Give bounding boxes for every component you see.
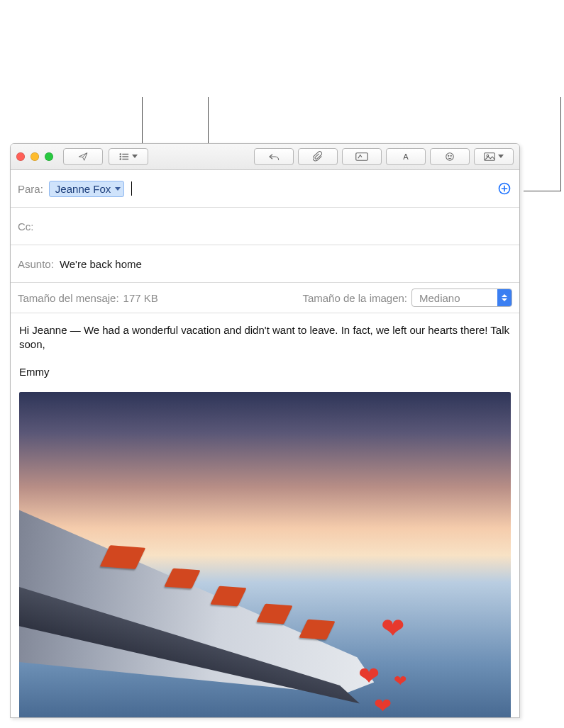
heart-sticker: ❤ [381,612,405,644]
body-paragraph: Hi Jeanne — We had a wonderful vacation … [19,323,511,352]
subject-label: Asunto: [18,258,54,270]
heart-sticker: ❤ [374,693,392,718]
cc-row[interactable]: Cc: [11,208,519,245]
body-signature: Emmy [19,365,511,379]
wing-flap [256,603,292,624]
attach-button[interactable] [298,148,338,165]
svg-point-8 [446,153,454,161]
zoom-window-button[interactable] [45,152,53,161]
add-contact-button[interactable] [497,181,512,196]
list-icon [119,152,129,161]
paper-plane-icon [77,152,89,162]
attached-image[interactable]: ❤ ❤ ❤ ❤ [19,392,511,718]
photo-icon [484,152,495,161]
font-a-icon: A [401,152,411,162]
svg-rect-5 [122,159,128,159]
paperclip-icon [313,151,323,162]
svg-rect-3 [122,156,128,157]
subject-row[interactable]: Asunto: We're back home [11,245,519,283]
image-size-value: Mediano [412,292,497,304]
svg-point-9 [448,155,449,156]
smiley-icon [445,152,455,162]
to-row[interactable]: Para: Jeanne Fox [11,170,519,208]
cc-label: Cc: [18,220,34,233]
reply-arrow-icon [268,152,280,161]
to-label: Para: [18,183,43,195]
chevron-down-icon [132,155,138,159]
wing-flap [164,568,200,588]
image-size-label: Tamaño de la imagen: [302,292,407,304]
emoji-button[interactable] [430,148,470,165]
svg-point-4 [120,158,121,159]
callout-leader-1 [142,97,143,145]
text-cursor [131,181,132,196]
header-fields: Para: Jeanne Fox Cc: Asunto: We're back … [11,170,519,313]
recipient-pill[interactable]: Jeanne Fox [49,181,124,197]
chevron-down-icon [115,187,121,191]
chevron-down-icon [498,155,504,159]
cc-input[interactable] [40,220,513,233]
callout-leader-3b [524,191,560,191]
subject-value[interactable]: We're back home [60,258,142,270]
window-controls [16,152,57,161]
callout-leader-3 [560,97,561,191]
plus-circle-icon [497,181,512,196]
heart-sticker: ❤ [358,661,380,691]
stepper-arrows-icon [497,289,512,306]
svg-point-10 [450,155,451,156]
message-size-label: Tamaño del mensaje: [18,292,119,304]
header-fields-button[interactable] [109,148,148,165]
reply-button[interactable] [254,148,294,165]
message-body[interactable]: Hi Jeanne — We had a wonderful vacation … [11,313,519,379]
svg-text:A: A [403,152,409,161]
compose-window: A Para: Jeanne Fox [10,143,520,718]
titlebar: A [11,144,519,170]
close-window-button[interactable] [16,152,25,161]
send-button[interactable] [63,148,103,165]
wing-flap [299,619,335,639]
minimize-window-button[interactable] [31,152,39,161]
svg-rect-1 [122,154,128,155]
markup-button[interactable] [342,148,382,165]
svg-point-0 [120,153,121,155]
wing-flap [210,586,246,606]
photo-browser-button[interactable] [474,148,514,165]
format-button[interactable]: A [386,148,426,165]
size-row: Tamaño del mensaje: 177 KB Tamaño de la … [11,283,519,313]
message-size-value: 177 KB [123,292,158,304]
image-size-select[interactable]: Mediano [411,289,512,307]
recipient-name: Jeanne Fox [55,183,111,195]
svg-point-2 [120,156,121,157]
markup-icon [355,152,368,161]
heart-sticker: ❤ [394,672,407,690]
